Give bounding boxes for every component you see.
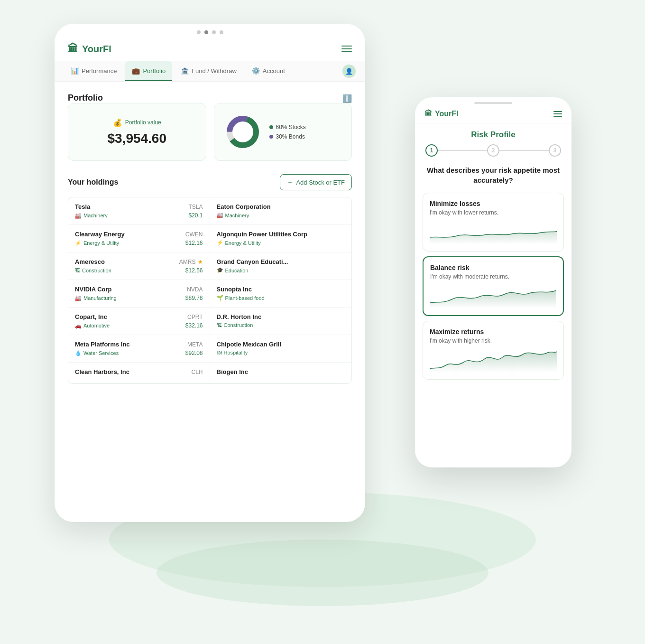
legend-stocks: 60% Stocks	[269, 124, 306, 131]
plus-icon: ＋	[287, 178, 293, 187]
holding-chipotle[interactable]: Chipotle Mexican Grill 🍽Hospitality	[210, 335, 352, 363]
step-line-1	[438, 150, 487, 151]
step-2: 2	[487, 144, 499, 157]
phone-header: 🏛 YourFI	[415, 107, 571, 123]
holding-clearway[interactable]: Clearway Energy CWEN ⚡Energy & Utility $…	[68, 225, 210, 252]
tab-performance-label: Performance	[82, 67, 117, 75]
phone-menu-button[interactable]	[553, 111, 562, 117]
maximize-subtitle: I'm okay with higher risk.	[430, 337, 557, 344]
tablet-dot-1	[197, 30, 201, 34]
portfolio-value: $3,954.60	[107, 131, 166, 146]
bonds-dot	[269, 135, 273, 139]
holdings-header: Your holdings ＋ Add Stock or ETF	[68, 174, 352, 190]
notch-bar	[474, 102, 512, 104]
risk-card-balance[interactable]: Balance risk I'm okay with moderate retu…	[423, 256, 564, 316]
holding-copart[interactable]: Copart, Inc CPRT 🚗Automotive $32.16	[68, 308, 210, 335]
portfolio-icon: 💼	[132, 67, 140, 75]
tab-account[interactable]: ⚙️ Account	[245, 61, 292, 81]
nav-tabs: 📊 Performance 💼 Portfolio 🏦 Fund / Withd…	[55, 61, 365, 82]
maximize-chart	[430, 349, 557, 373]
balance-subtitle: I'm okay with moderate returns.	[430, 273, 556, 280]
holding-meta[interactable]: Meta Platforms Inc META 💧Water Services …	[68, 335, 210, 363]
steps-bar: 1 2 3	[415, 144, 571, 157]
app-logo: 🏛 YourFI	[68, 43, 111, 55]
risk-card-maximize[interactable]: Maximize returns I'm okay with higher ri…	[423, 321, 564, 380]
phone-notch	[415, 97, 571, 107]
donut-card: 60% Stocks 30% Bonds	[214, 103, 352, 161]
risk-card-minimize[interactable]: Minimize losses I'm okay with lower retu…	[423, 193, 564, 252]
tablet-dot-4	[220, 30, 223, 34]
holding-eaton[interactable]: Eaton Corporation 🏭Machinery	[210, 197, 352, 225]
tab-portfolio-label: Portfolio	[143, 67, 166, 75]
wallet-icon: 💰	[113, 118, 122, 127]
holding-clean-harbors[interactable]: Clean Harbors, Inc CLH	[68, 363, 210, 383]
holdings-grid: Tesla TSLA 🏭Machinery $20.1 Eaton Corpor…	[68, 197, 352, 384]
account-icon: ⚙️	[252, 67, 260, 75]
menu-button[interactable]	[341, 46, 352, 52]
add-stock-button[interactable]: ＋ Add Stock or ETF	[280, 174, 352, 190]
portfolio-value-label: 💰 Portfolio value	[113, 118, 161, 127]
performance-icon: 📊	[71, 67, 79, 75]
phone-device: 🏛 YourFI Risk Profile 1 2 3 What describ…	[415, 97, 571, 467]
tab-fund-label: Fund / Withdraw	[192, 67, 237, 75]
step-1: 1	[425, 144, 438, 157]
step-line-2	[499, 150, 549, 151]
user-avatar[interactable]: 👤	[342, 65, 356, 78]
bank-icon: 🏛	[68, 43, 78, 55]
balance-title: Balance risk	[430, 264, 556, 271]
holding-grand-canyon[interactable]: Grand Canyon Educati... 🎓Education	[210, 252, 352, 280]
phone-app-name: YourFI	[435, 110, 458, 118]
svg-point-3	[233, 122, 252, 141]
tab-performance[interactable]: 📊 Performance	[64, 61, 123, 81]
donut-legend: 60% Stocks 30% Bonds	[269, 124, 306, 140]
tablet-device: 🏛 YourFI 📊 Performance 💼 Portfolio 🏦 Fun…	[55, 24, 365, 522]
holding-drhorton[interactable]: D.R. Horton Inc 🏗Construction	[210, 308, 352, 335]
bg-ellipse-small	[157, 540, 488, 606]
phone-app-logo: 🏛 YourFI	[424, 110, 458, 118]
donut-chart	[224, 113, 262, 151]
tab-account-label: Account	[263, 67, 285, 75]
tab-fund-withdraw[interactable]: 🏦 Fund / Withdraw	[174, 61, 243, 81]
portfolio-section: Portfolio ℹ️ 💰 Portfolio value $3,954.60	[55, 82, 365, 384]
holding-sunopta[interactable]: Sunopta Inc 🌱Plant-based food	[210, 280, 352, 308]
minimize-title: Minimize losses	[430, 200, 557, 207]
holding-biogen[interactable]: Biogen Inc	[210, 363, 352, 383]
risk-question: What describes your risk appetite most a…	[415, 165, 571, 185]
stocks-label: 60% Stocks	[276, 124, 306, 131]
holding-algonquin[interactable]: Algonquin Power Utilities Corp ⚡Energy &…	[210, 225, 352, 252]
portfolio-value-card: 💰 Portfolio value $3,954.60	[68, 103, 206, 161]
holdings-title: Your holdings	[68, 178, 118, 187]
phone-bank-icon: 🏛	[424, 110, 432, 118]
minimize-chart	[430, 221, 557, 244]
minimize-subtitle: I'm okay with lower returns.	[430, 209, 557, 216]
portfolio-cards: 💰 Portfolio value $3,954.60	[68, 103, 352, 161]
step-3: 3	[549, 144, 561, 157]
portfolio-title: Portfolio	[68, 93, 103, 103]
stocks-dot	[269, 125, 273, 129]
maximize-title: Maximize returns	[430, 328, 557, 336]
legend-bonds: 30% Bonds	[269, 133, 306, 140]
holding-ameresco[interactable]: Ameresco AMRS ★ 🏗Construction $12.56	[68, 252, 210, 280]
bonds-label: 30% Bonds	[276, 133, 305, 140]
balance-chart	[430, 285, 556, 308]
holding-tesla[interactable]: Tesla TSLA 🏭Machinery $20.1	[68, 197, 210, 225]
add-stock-label: Add Stock or ETF	[296, 179, 345, 186]
tablet-dot-2	[204, 30, 208, 34]
risk-profile-title: Risk Profile	[415, 123, 571, 144]
fund-icon: 🏦	[181, 67, 189, 75]
holding-nvidia[interactable]: NVIDIA Corp NVDA 🏭Manufacturing $89.78	[68, 280, 210, 308]
tablet-dot-3	[212, 30, 216, 34]
tab-portfolio[interactable]: 💼 Portfolio	[125, 61, 172, 81]
app-name: YourFI	[82, 44, 111, 55]
tablet-header: 🏛 YourFI	[55, 39, 365, 61]
info-icon[interactable]: ℹ️	[342, 94, 352, 103]
tablet-dots	[55, 24, 365, 39]
